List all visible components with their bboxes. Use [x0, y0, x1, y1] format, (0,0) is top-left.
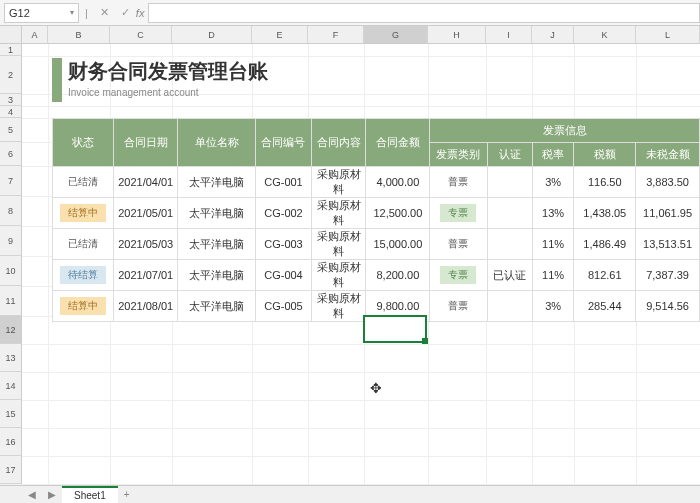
select-all-corner[interactable] — [0, 26, 22, 44]
cell-rate[interactable]: 13% — [532, 198, 574, 229]
cell-amount[interactable]: 12,500.00 — [366, 198, 430, 229]
cell-amount[interactable]: 9,800.00 — [366, 291, 430, 322]
row-header[interactable]: 8 — [0, 196, 22, 226]
tab-prev-icon[interactable]: ◀ — [22, 489, 42, 500]
cell-unit[interactable]: 太平洋电脑 — [178, 291, 256, 322]
cell-invtype[interactable]: 普票 — [430, 229, 487, 260]
chevron-down-icon[interactable]: ▾ — [70, 8, 74, 17]
row-header[interactable]: 16 — [0, 428, 22, 456]
column-header[interactable]: A — [22, 26, 48, 44]
cell-renz[interactable] — [487, 291, 532, 322]
cell-content[interactable]: 采购原材料 — [311, 167, 366, 198]
column-header[interactable]: D — [172, 26, 252, 44]
cell-status[interactable]: 结算中 — [53, 198, 114, 229]
cell-status[interactable]: 已结清 — [53, 167, 114, 198]
row-header[interactable]: 3 — [0, 94, 22, 106]
cell-amount[interactable]: 8,200.00 — [366, 260, 430, 291]
cell-date[interactable]: 2021/04/01 — [114, 167, 178, 198]
cell-renz[interactable] — [487, 167, 532, 198]
table-row: 已结清2021/04/01太平洋电脑CG-001采购原材料4,000.00普票3… — [53, 167, 700, 198]
cell-date[interactable]: 2021/05/01 — [114, 198, 178, 229]
cell-cno[interactable]: CG-005 — [256, 291, 311, 322]
column-header[interactable]: J — [532, 26, 574, 44]
cell-notax[interactable]: 9,514.56 — [636, 291, 700, 322]
cell-cno[interactable]: CG-002 — [256, 198, 311, 229]
cell-tax[interactable]: 1,438.05 — [574, 198, 636, 229]
cell-unit[interactable]: 太平洋电脑 — [178, 229, 256, 260]
row-header[interactable]: 2 — [0, 56, 22, 94]
cell-unit[interactable]: 太平洋电脑 — [178, 260, 256, 291]
cell-rate[interactable]: 3% — [532, 291, 574, 322]
cell-date[interactable]: 2021/07/01 — [114, 260, 178, 291]
cell-tax[interactable]: 812.61 — [574, 260, 636, 291]
cell-status[interactable]: 结算中 — [53, 291, 114, 322]
cell-rate[interactable]: 11% — [532, 260, 574, 291]
cell-rate[interactable]: 11% — [532, 229, 574, 260]
cell-tax[interactable]: 285.44 — [574, 291, 636, 322]
cell-invtype[interactable]: 普票 — [430, 167, 487, 198]
cell-cno[interactable]: CG-001 — [256, 167, 311, 198]
cell-cno[interactable]: CG-003 — [256, 229, 311, 260]
cell-content[interactable]: 采购原材料 — [311, 198, 366, 229]
cell-date[interactable]: 2021/05/03 — [114, 229, 178, 260]
cell-content[interactable]: 采购原材料 — [311, 260, 366, 291]
column-header[interactable]: H — [428, 26, 486, 44]
cell-status[interactable]: 待结算 — [53, 260, 114, 291]
th-date: 合同日期 — [114, 119, 178, 167]
cell-renz[interactable] — [487, 198, 532, 229]
th-amount: 合同金额 — [366, 119, 430, 167]
cell-content[interactable]: 采购原材料 — [311, 291, 366, 322]
cell-amount[interactable]: 15,000.00 — [366, 229, 430, 260]
cell-renz[interactable]: 已认证 — [487, 260, 532, 291]
row-header[interactable]: 10 — [0, 256, 22, 286]
row-header[interactable]: 13 — [0, 344, 22, 372]
cell-unit[interactable]: 太平洋电脑 — [178, 167, 256, 198]
cell-invtype[interactable]: 专票 — [430, 260, 487, 291]
cell-notax[interactable]: 7,387.39 — [636, 260, 700, 291]
column-header[interactable]: K — [574, 26, 636, 44]
cell-content[interactable]: 采购原材料 — [311, 229, 366, 260]
column-header[interactable]: B — [48, 26, 110, 44]
row-header[interactable]: 1 — [0, 44, 22, 56]
fx-icon[interactable]: fx — [136, 7, 145, 19]
cell-invtype[interactable]: 专票 — [430, 198, 487, 229]
formula-bar: G12 ▾ | ✕ ✓ fx — [0, 0, 700, 26]
sheet-tab[interactable]: Sheet1 — [62, 486, 118, 503]
sheet-content[interactable]: 财务合同发票管理台账 Invoice management account 状态… — [22, 44, 700, 485]
column-header[interactable]: I — [486, 26, 532, 44]
column-header[interactable]: C — [110, 26, 172, 44]
cell-amount[interactable]: 4,000.00 — [366, 167, 430, 198]
row-header[interactable]: 6 — [0, 142, 22, 166]
row-header[interactable]: 11 — [0, 286, 22, 316]
row-header[interactable]: 7 — [0, 166, 22, 196]
tab-next-icon[interactable]: ▶ — [42, 489, 62, 500]
cell-renz[interactable] — [487, 229, 532, 260]
cell-status[interactable]: 已结清 — [53, 229, 114, 260]
row-header[interactable]: 12 — [0, 316, 22, 344]
cell-rate[interactable]: 3% — [532, 167, 574, 198]
column-header[interactable]: F — [308, 26, 364, 44]
confirm-icon[interactable]: ✓ — [121, 6, 130, 19]
cell-date[interactable]: 2021/08/01 — [114, 291, 178, 322]
cell-tax[interactable]: 1,486.49 — [574, 229, 636, 260]
cell-notax[interactable]: 13,513.51 — [636, 229, 700, 260]
cell-notax[interactable]: 11,061.95 — [636, 198, 700, 229]
row-header[interactable]: 15 — [0, 400, 22, 428]
cell-unit[interactable]: 太平洋电脑 — [178, 198, 256, 229]
name-box[interactable]: G12 ▾ — [4, 3, 79, 23]
row-header[interactable]: 14 — [0, 372, 22, 400]
cell-notax[interactable]: 3,883.50 — [636, 167, 700, 198]
row-header[interactable]: 9 — [0, 226, 22, 256]
row-header[interactable]: 17 — [0, 456, 22, 484]
row-header[interactable]: 4 — [0, 106, 22, 118]
cell-cno[interactable]: CG-004 — [256, 260, 311, 291]
cell-invtype[interactable]: 普票 — [430, 291, 487, 322]
column-header[interactable]: G — [364, 26, 428, 44]
column-header[interactable]: E — [252, 26, 308, 44]
formula-input[interactable] — [148, 3, 700, 23]
column-header[interactable]: L — [636, 26, 700, 44]
cancel-icon[interactable]: ✕ — [100, 6, 109, 19]
row-header[interactable]: 5 — [0, 118, 22, 142]
cell-tax[interactable]: 116.50 — [574, 167, 636, 198]
add-sheet-icon[interactable]: + — [118, 489, 136, 500]
